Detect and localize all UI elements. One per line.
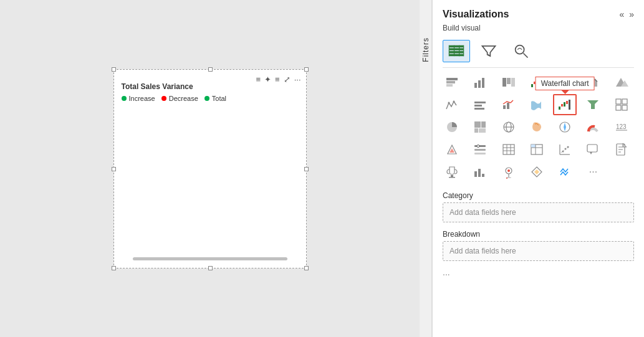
icon-compass[interactable] — [553, 116, 577, 138]
icon-bar3[interactable] — [468, 161, 492, 183]
svg-point-29 — [453, 101, 455, 103]
svg-rect-1 — [449, 48, 463, 50]
svg-marker-54 — [564, 123, 566, 131]
svg-rect-89 — [482, 174, 484, 177]
svg-rect-15 — [478, 80, 481, 88]
svg-line-10 — [524, 54, 528, 58]
svg-rect-31 — [474, 105, 482, 107]
category-label: Category — [443, 191, 634, 200]
svg-rect-39 — [569, 100, 570, 110]
svg-rect-59 — [474, 145, 486, 147]
resize-handle-top-mid[interactable] — [208, 67, 213, 72]
icon-treemap[interactable] — [468, 116, 492, 138]
legend-label-total: Total — [212, 95, 226, 102]
toolbar-expand-icon[interactable]: ⤢ — [284, 75, 291, 84]
viz-top-icon-search[interactable] — [507, 40, 535, 62]
category-dropzone[interactable]: Add data fields here — [443, 202, 634, 222]
viz-panel-title: Visualizations — [443, 9, 509, 20]
icon-mountain[interactable] — [610, 72, 633, 93]
viz-top-icon-table[interactable] — [443, 40, 470, 62]
svg-rect-3 — [449, 54, 463, 57]
svg-point-94 — [506, 178, 507, 179]
svg-rect-23 — [539, 79, 541, 82]
svg-point-62 — [477, 145, 479, 148]
svg-rect-17 — [502, 78, 506, 87]
viz-subtitle: Build visual — [433, 22, 644, 37]
toolbar-filter-icon[interactable]: ≡ — [275, 75, 280, 84]
icon-report[interactable] — [610, 139, 633, 160]
icon-more[interactable]: ··· — [581, 161, 605, 183]
icon-globe[interactable] — [497, 116, 521, 138]
icon-waterfall[interactable] — [525, 72, 549, 93]
icon-waterfall-highlighted[interactable]: Waterfall chart — [553, 94, 577, 115]
svg-rect-37 — [564, 102, 565, 107]
icon-100-stacked[interactable] — [497, 72, 521, 93]
viz-icon-grid: Waterfall chart 123 — [433, 68, 644, 186]
svg-rect-41 — [616, 99, 621, 104]
svg-rect-24 — [541, 78, 542, 87]
icon-diamond[interactable] — [525, 161, 549, 183]
svg-rect-78 — [587, 145, 597, 152]
svg-point-91 — [507, 169, 510, 172]
legend-item-total: Total — [204, 95, 226, 102]
resize-handle-top-right[interactable] — [304, 67, 309, 72]
icon-funnel2[interactable] — [581, 94, 605, 115]
svg-rect-13 — [446, 84, 453, 87]
icon-grid2[interactable] — [610, 94, 633, 115]
icon-table2[interactable] — [497, 139, 521, 160]
icon-map-pin[interactable] — [497, 161, 521, 183]
breakdown-label: Breakdown — [443, 230, 634, 239]
svg-rect-88 — [478, 169, 481, 177]
next-arrow[interactable]: » — [629, 9, 634, 19]
svg-rect-32 — [474, 108, 484, 110]
icon-shape[interactable] — [525, 116, 549, 138]
svg-rect-44 — [622, 105, 627, 110]
filters-label: Filters — [421, 37, 430, 62]
icon-gauge[interactable] — [581, 116, 605, 138]
toolbar-pin-icon[interactable]: ✦ — [264, 75, 271, 84]
canvas-area: ≡ ✦ ≡ ⤢ ··· Total Sales Variance Increas… — [0, 0, 420, 337]
svg-rect-21 — [534, 82, 536, 84]
icon-bar2[interactable] — [468, 94, 492, 115]
toolbar-lines-icon[interactable]: ≡ — [256, 75, 261, 84]
fields-breakdown-section: Breakdown Add data fields here — [433, 225, 644, 263]
legend-item-decrease: Decrease — [161, 95, 198, 102]
resize-handle-top-left[interactable] — [112, 67, 116, 72]
svg-rect-38 — [566, 101, 568, 104]
icon-stacked-bar[interactable] — [440, 72, 464, 93]
icon-kpi[interactable]: 123 — [610, 116, 633, 138]
visual-legend: Increase Decrease Total — [114, 95, 306, 107]
icon-chevrons[interactable] — [553, 161, 577, 183]
svg-rect-2 — [449, 51, 463, 54]
viz-header: Visualizations « » — [433, 0, 644, 22]
svg-rect-49 — [479, 128, 486, 133]
legend-label-increase: Increase — [129, 95, 155, 102]
icon-matrix[interactable] — [525, 139, 549, 160]
icon-trophy[interactable] — [440, 161, 464, 183]
icon-line2[interactable] — [440, 94, 464, 115]
icon-scatter[interactable] — [553, 139, 577, 160]
scroll-hint[interactable] — [133, 257, 287, 260]
breakdown-dropzone[interactable]: Add data fields here — [443, 241, 634, 261]
icon-ribbon[interactable] — [525, 94, 549, 115]
icon-slicer[interactable] — [468, 139, 492, 160]
icon-delta[interactable] — [440, 139, 464, 160]
svg-point-28 — [448, 102, 450, 104]
svg-rect-20 — [531, 84, 533, 87]
viz-arrows: « » — [619, 9, 634, 19]
svg-marker-40 — [587, 100, 598, 109]
toolbar-more-icon[interactable]: ··· — [294, 75, 301, 84]
icon-area-chart[interactable] — [581, 72, 605, 93]
svg-rect-34 — [507, 103, 509, 109]
icon-callout[interactable] — [581, 139, 605, 160]
svg-rect-48 — [474, 128, 478, 133]
prev-arrow[interactable]: « — [619, 9, 624, 19]
icon-line-chart[interactable] — [553, 72, 577, 93]
svg-rect-30 — [474, 102, 486, 103]
legend-dot-total — [204, 96, 209, 101]
icon-combo[interactable] — [497, 94, 521, 115]
icon-bar-chart[interactable] — [468, 72, 492, 93]
viz-top-icon-filter[interactable] — [475, 40, 502, 62]
viz-panel: Visualizations « » Build visual — [432, 0, 644, 337]
icon-pie[interactable] — [440, 116, 464, 138]
